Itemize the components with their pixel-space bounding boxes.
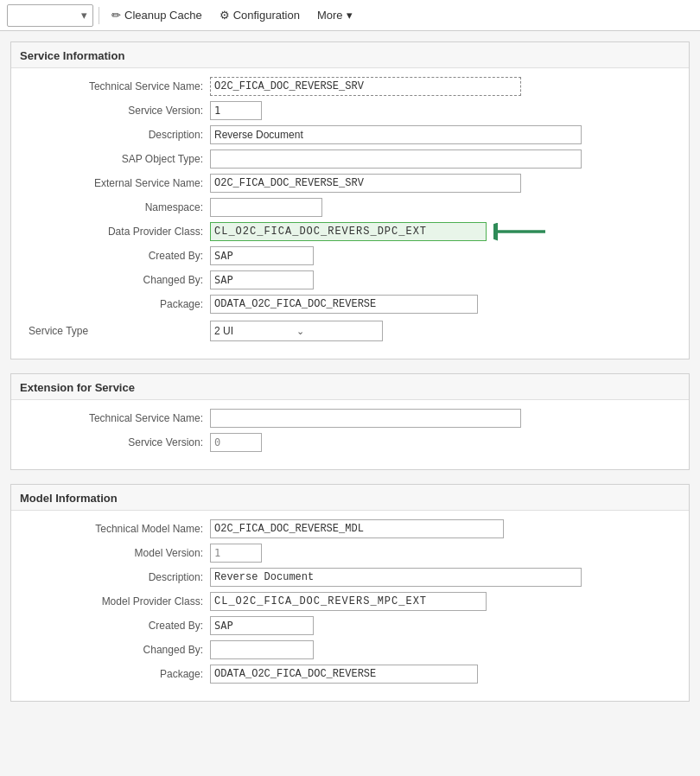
model-version-input[interactable]	[210, 544, 262, 563]
service-type-caret-icon: ⌄	[296, 326, 379, 337]
changed-by-row: Changed By:	[20, 270, 680, 289]
model-created-by-label: Created By:	[20, 620, 210, 632]
external-service-name-field	[210, 174, 680, 193]
model-information-section: Model Information Technical Model Name: …	[10, 484, 690, 702]
configuration-button[interactable]: ⚙ Configuration	[213, 5, 307, 25]
model-package-field	[210, 665, 680, 684]
package-row: Package:	[20, 295, 680, 314]
technical-service-name-label: Technical Service Name:	[20, 80, 210, 92]
namespace-input[interactable]	[210, 198, 322, 217]
model-changed-by-field	[210, 640, 680, 659]
configuration-label: Configuration	[233, 9, 300, 22]
service-version-row: Service Version:	[20, 101, 680, 120]
cleanup-cache-icon: ✏	[111, 9, 121, 22]
data-provider-class-label: Data Provider Class:	[20, 226, 210, 238]
created-by-label: Created By:	[20, 250, 210, 262]
model-provider-class-row: Model Provider Class:	[20, 592, 680, 611]
service-type-row: Service Type 2 UI ⌄	[20, 321, 680, 341]
model-description-input[interactable]	[210, 568, 582, 587]
more-chevron-icon: ▾	[347, 9, 353, 22]
model-version-label: Model Version:	[20, 547, 210, 559]
technical-service-name-field	[210, 77, 680, 96]
external-service-name-input[interactable]	[210, 174, 521, 193]
main-content: Service Information Technical Service Na…	[0, 31, 700, 726]
ext-technical-service-name-input[interactable]	[210, 409, 521, 428]
sap-object-type-row: SAP Object Type:	[20, 149, 680, 169]
model-description-row: Description:	[20, 568, 680, 587]
sap-object-type-field	[210, 149, 680, 169]
sap-object-type-label: SAP Object Type:	[20, 153, 210, 165]
toolbar-dropdown-chevron-icon: ▾	[81, 9, 87, 22]
description-field	[210, 125, 680, 144]
service-type-select[interactable]: 2 UI ⌄	[210, 321, 383, 341]
toolbar-dropdown[interactable]: ▾	[7, 4, 93, 27]
toolbar-separator-1	[99, 7, 99, 24]
cleanup-cache-label: Cleanup Cache	[124, 9, 202, 22]
technical-model-name-row: Technical Model Name:	[20, 519, 680, 538]
model-description-field	[210, 568, 680, 587]
ext-service-version-input[interactable]	[210, 433, 262, 452]
package-input[interactable]	[210, 295, 478, 314]
extension-for-service-section: Extension for Service Technical Service …	[10, 373, 690, 470]
technical-service-name-input[interactable]	[210, 77, 521, 96]
model-provider-class-label: Model Provider Class:	[20, 595, 210, 607]
ext-technical-service-name-label: Technical Service Name:	[20, 412, 210, 424]
changed-by-field	[210, 270, 680, 289]
description-input[interactable]	[210, 125, 582, 144]
changed-by-label: Changed By:	[20, 274, 210, 286]
created-by-input[interactable]	[210, 246, 314, 265]
service-information-title: Service Information	[11, 42, 689, 68]
namespace-field	[210, 198, 680, 217]
sap-object-type-input[interactable]	[210, 149, 582, 169]
data-provider-class-row: Data Provider Class:	[20, 222, 680, 241]
service-version-input[interactable]	[210, 101, 262, 120]
model-information-title: Model Information	[11, 485, 689, 511]
ext-service-version-field	[210, 433, 680, 452]
description-label: Description:	[20, 129, 210, 141]
description-row: Description:	[20, 125, 680, 144]
service-version-field	[210, 101, 680, 120]
namespace-label: Namespace:	[20, 201, 210, 213]
ext-technical-service-name-field	[210, 409, 680, 428]
extension-for-service-body: Technical Service Name: Service Version:	[11, 400, 689, 469]
model-changed-by-input[interactable]	[210, 640, 314, 659]
model-changed-by-row: Changed By:	[20, 640, 680, 659]
model-version-row: Model Version:	[20, 544, 680, 563]
technical-model-name-input[interactable]	[210, 519, 504, 538]
model-created-by-input[interactable]	[210, 616, 314, 635]
data-provider-class-field	[210, 222, 680, 241]
package-label: Package:	[20, 298, 210, 310]
model-package-input[interactable]	[210, 665, 478, 684]
technical-model-name-label: Technical Model Name:	[20, 523, 210, 535]
model-created-by-field	[210, 616, 680, 635]
external-service-name-label: External Service Name:	[20, 177, 210, 189]
service-type-field: 2 UI ⌄	[210, 321, 680, 341]
data-provider-class-input[interactable]	[210, 222, 487, 241]
toolbar: ▾ ✏ Cleanup Cache ⚙ Configuration More ▾	[0, 0, 700, 31]
model-provider-class-field	[210, 592, 680, 611]
extension-for-service-title: Extension for Service	[11, 374, 689, 400]
model-provider-class-input[interactable]	[210, 592, 487, 611]
ext-service-version-row: Service Version:	[20, 433, 680, 452]
technical-service-name-row: Technical Service Name:	[20, 77, 680, 96]
service-type-label: Service Type	[20, 325, 210, 337]
model-information-body: Technical Model Name: Model Version: Des…	[11, 511, 689, 701]
changed-by-input[interactable]	[210, 270, 314, 289]
ext-technical-service-name-row: Technical Service Name:	[20, 409, 680, 428]
green-arrow-icon	[493, 219, 554, 245]
namespace-row: Namespace:	[20, 198, 680, 217]
ext-service-version-label: Service Version:	[20, 436, 210, 448]
external-service-name-row: External Service Name:	[20, 174, 680, 193]
model-package-row: Package:	[20, 665, 680, 684]
more-button[interactable]: More ▾	[310, 5, 360, 25]
service-information-section: Service Information Technical Service Na…	[10, 41, 690, 359]
model-package-label: Package:	[20, 668, 210, 680]
model-created-by-row: Created By:	[20, 616, 680, 635]
service-version-label: Service Version:	[20, 105, 210, 117]
created-by-row: Created By:	[20, 246, 680, 265]
model-version-field	[210, 544, 680, 563]
package-field	[210, 295, 680, 314]
model-description-label: Description:	[20, 571, 210, 583]
configuration-icon: ⚙	[220, 9, 230, 22]
cleanup-cache-button[interactable]: ✏ Cleanup Cache	[105, 5, 209, 25]
